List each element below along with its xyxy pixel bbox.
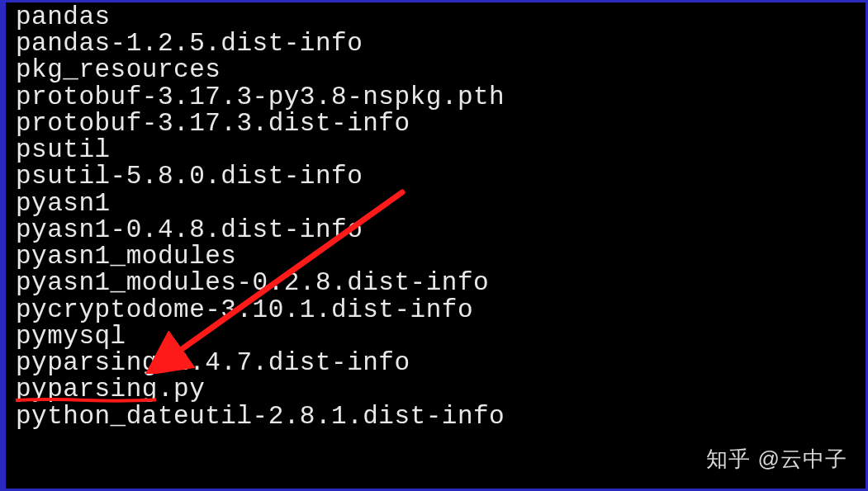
file-entry: protobuf-3.17.3.dist-info bbox=[16, 111, 866, 137]
file-entry: pyasn1 bbox=[16, 191, 866, 217]
file-entry: python_dateutil-2.8.1.dist-info bbox=[16, 404, 866, 430]
file-entry: pyparsing-2.4.7.dist-info bbox=[16, 350, 866, 376]
file-entry: pyasn1-0.4.8.dist-info bbox=[16, 217, 866, 243]
file-entry: pyasn1_modules-0.2.8.dist-info bbox=[16, 270, 866, 296]
file-entry: pyasn1_modules bbox=[16, 243, 866, 270]
file-entry: pkg_resources bbox=[16, 57, 866, 83]
file-entry: pandas-1.2.5.dist-info bbox=[16, 31, 866, 57]
file-entry: pycryptodome-3.10.1.dist-info bbox=[16, 297, 866, 323]
file-entry-highlighted: pymysql bbox=[16, 323, 866, 350]
file-entry: pandas bbox=[16, 4, 866, 31]
file-entry: psutil-5.8.0.dist-info bbox=[16, 163, 866, 190]
terminal-output: pandas pandas-1.2.5.dist-info pkg_resour… bbox=[6, 2, 866, 430]
file-entry: protobuf-3.17.3-py3.8-nspkg.pth bbox=[16, 84, 866, 111]
file-entry: psutil bbox=[16, 137, 866, 163]
watermark-text: 知乎 @云中子 bbox=[706, 445, 847, 474]
file-entry: pyparsing.py bbox=[16, 376, 866, 403]
